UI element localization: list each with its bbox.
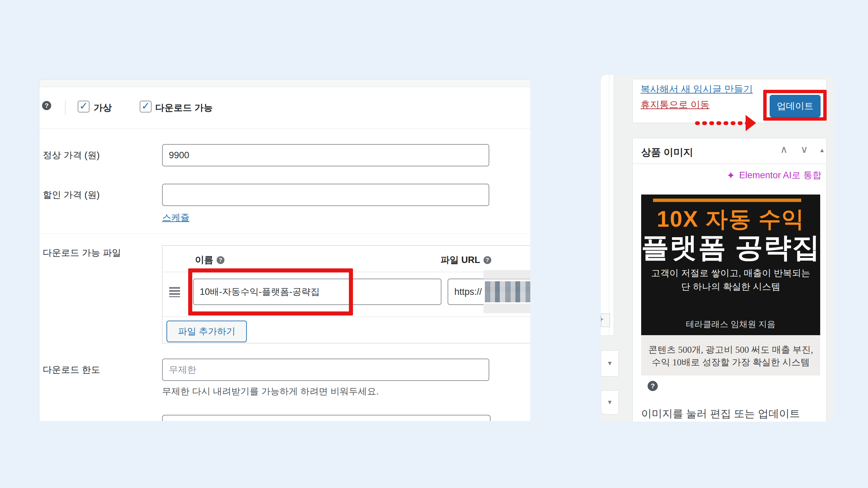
regular-price-input[interactable]: 9900	[162, 144, 489, 166]
name-help-icon[interactable]: ?	[217, 256, 224, 264]
cover-orange-bar	[653, 199, 801, 202]
move-up-icon[interactable]: ∧	[780, 144, 788, 155]
collapsed-metabox-1[interactable]: ▼	[601, 350, 619, 377]
table-row-divider	[162, 317, 530, 317]
annotation-arrow-head-icon	[746, 115, 756, 131]
page-background: ? ✓ 가상 ✓ 다운로드 가능 정상 가격 (원) 9900 할인 가격 (원…	[0, 0, 868, 488]
divider	[65, 100, 65, 115]
elementor-ai-link[interactable]: Elementor AI로 통합	[739, 169, 822, 181]
file-name-annotation-box	[188, 268, 353, 316]
virtual-checkbox-label: 가상	[94, 102, 112, 114]
sparkle-icon: ✦	[727, 169, 735, 181]
add-file-button[interactable]: 파일 추가하기	[166, 321, 247, 342]
editor-column-sliver	[601, 75, 614, 336]
collapsed-triangle-icon: ▼	[607, 399, 613, 406]
cover-caption-area: 콘텐츠 500개, 광고비 500 써도 매출 부진, 수익 10배로 성장할 …	[641, 335, 820, 375]
schedule-link[interactable]: 스케쥴	[162, 211, 190, 224]
downloadable-checkbox[interactable]: ✓	[140, 101, 152, 113]
product-image-panel: 상품 이미지 ∧ ∨ ▲ ✦ Elementor AI로 통합 10X 자동 수…	[632, 138, 827, 422]
copy-to-draft-link[interactable]: 복사해서 새 임시글 만들기	[640, 83, 753, 96]
image-help-icon[interactable]: ?	[648, 381, 658, 391]
sidebar-crop: + ▼ ▼ 복사해서 새 임시글 만들기 휴지통으로 이동 업데이트 상품 이미…	[601, 75, 833, 422]
annotation-arrow-dashes	[695, 121, 750, 125]
cover-subtitle: 고객이 저절로 쌓이고, 매출이 반복되는 단 하나의 확실한 시스템	[641, 266, 820, 293]
sale-price-label: 할인 가격 (원)	[43, 189, 100, 201]
cover-caption-line2: 수익 10배로 성장할 가장 확실한 시스템	[641, 356, 820, 369]
move-to-trash-link[interactable]: 휴지통으로 이동	[640, 98, 710, 111]
cover-author: 테라클래스 임채원 지음	[641, 319, 820, 330]
url-blur-top	[484, 270, 530, 279]
product-image-title: 상품 이미지	[641, 146, 693, 159]
help-icon[interactable]: ?	[42, 101, 51, 110]
downloadable-checkbox-label: 다운로드 가능	[155, 102, 213, 114]
cut-off-input[interactable]	[162, 415, 491, 421]
sliver-divider	[609, 75, 609, 336]
cover-subtitle-line1: 고객이 저절로 쌓이고, 매출이 반복되는	[641, 266, 820, 280]
row-divider	[39, 128, 530, 129]
download-limit-help-text: 무제한 다시 내려받기를 가능하게 하려면 비워두세요.	[162, 385, 379, 398]
product-data-panel: ? ✓ 가상 ✓ 다운로드 가능 정상 가격 (원) 9900 할인 가격 (원…	[39, 79, 530, 421]
downloadable-files-label: 다운로드 가능 파일	[43, 247, 121, 259]
url-blur-bottom	[484, 304, 530, 313]
download-limit-placeholder: 무제한	[169, 364, 196, 376]
panel-header-divider	[633, 164, 826, 164]
sale-price-input[interactable]	[162, 184, 489, 206]
url-help-icon[interactable]: ?	[484, 256, 491, 264]
cover-caption-line1: 콘텐츠 500개, 광고비 500 써도 매출 부진,	[641, 344, 820, 356]
download-limit-label: 다운로드 한도	[43, 364, 100, 376]
virtual-checkbox[interactable]: ✓	[78, 101, 90, 113]
file-name-header: 이름 ?	[195, 254, 224, 266]
regular-price-value: 9900	[169, 150, 189, 161]
plus-icon: +	[601, 314, 604, 324]
url-blur-mosaic	[485, 281, 530, 302]
panel-top-strip	[39, 79, 530, 87]
file-url-header-text: 파일 URL	[440, 254, 480, 266]
cover-subtitle-line2: 단 하나의 확실한 시스템	[641, 280, 820, 293]
file-url-value: https://	[454, 287, 482, 297]
publish-panel: 복사해서 새 임시글 만들기 휴지통으로 이동 업데이트	[632, 79, 827, 123]
collapsed-triangle-icon: ▼	[607, 360, 613, 367]
download-limit-input[interactable]: 무제한	[162, 359, 489, 381]
file-url-header: 파일 URL ?	[440, 254, 491, 266]
toggle-panel-icon[interactable]: ▲	[819, 147, 825, 154]
cut-off-button[interactable]: +	[601, 313, 610, 327]
collapsed-metabox-2[interactable]: ▼	[601, 390, 619, 414]
move-down-icon[interactable]: ∨	[801, 144, 808, 155]
elementor-ai-row[interactable]: ✦ Elementor AI로 통합	[727, 169, 822, 181]
cover-title: 플랫폼 공략집	[641, 229, 820, 266]
section-divider	[39, 233, 530, 234]
update-annotation-box	[763, 90, 827, 121]
regular-price-label: 정상 가격 (원)	[43, 149, 100, 161]
image-help-caption: 이미지를 눌러 편집 또는 업데이트	[641, 407, 800, 421]
product-cover-image[interactable]: 10X 자동 수익 플랫폼 공략집 고객이 저절로 쌓이고, 매출이 반복되는 …	[641, 195, 820, 375]
file-name-header-text: 이름	[195, 254, 213, 266]
cover-black-area: 10X 자동 수익 플랫폼 공략집 고객이 저절로 쌓이고, 매출이 반복되는 …	[641, 195, 820, 335]
drag-handle-icon[interactable]	[169, 287, 180, 297]
